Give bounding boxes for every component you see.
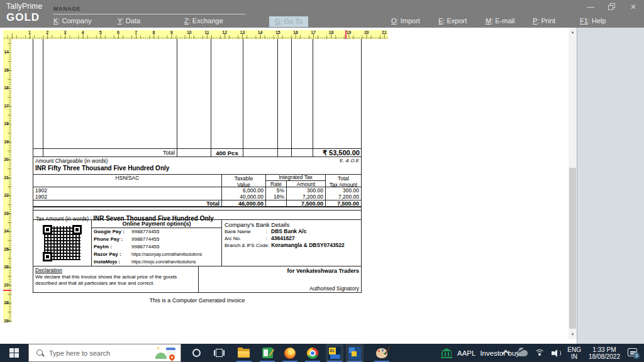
taskbar-search[interactable]: Type here to search bbox=[28, 344, 181, 362]
goto-button[interactable]: G: Go To bbox=[269, 16, 308, 27]
task-view-icon bbox=[214, 349, 225, 357]
company-bank-details: Company's Bank Details Bank Name:DBS Ban… bbox=[222, 220, 361, 266]
speaker-icon[interactable] bbox=[552, 349, 561, 357]
page-margin-mark-horizontal bbox=[345, 30, 347, 39]
window-controls: — ✕ bbox=[585, 3, 639, 11]
menu-help[interactable]: F1: Help bbox=[580, 17, 606, 25]
scroll-down-icon[interactable]: ▼ bbox=[569, 330, 577, 339]
menu-exchange[interactable]: Z: Exchange bbox=[184, 17, 223, 25]
computer-generated-note: This is a Computer Generated Invoice bbox=[33, 297, 362, 304]
system-tray: ENGIN 1:33 PM18/08/2022 3 bbox=[504, 344, 644, 362]
bank-title: Company's Bank Details bbox=[225, 221, 360, 228]
menu-underline bbox=[53, 14, 245, 14]
file-explorer-icon bbox=[238, 349, 250, 358]
payment-title: Online Payment option(s) bbox=[92, 220, 221, 228]
hsn-tax-table: HSN/SAC TaxableValue Integrated Tax Rate… bbox=[33, 174, 362, 207]
amount-chargeable-label: Amount Chargeable (in words) bbox=[35, 158, 108, 164]
top-ruler: 123456789101112131415161718192021 bbox=[3, 30, 388, 39]
declaration-cell: Declaration We declare that this invoice… bbox=[33, 266, 199, 292]
restore-icon[interactable] bbox=[606, 3, 618, 11]
file-explorer-button[interactable] bbox=[233, 344, 254, 362]
task-view-button[interactable] bbox=[209, 344, 229, 362]
search-placeholder: Type here to search bbox=[49, 349, 155, 357]
payment-option: Google Pay :9988774455 bbox=[92, 228, 221, 236]
app-name: TallyPrime bbox=[6, 2, 42, 11]
signatory-cell: for Venkateshwara Traders Authorised Sig… bbox=[199, 266, 361, 292]
declaration-title: Declaration bbox=[35, 267, 196, 273]
qr-code bbox=[42, 224, 83, 263]
paint-button[interactable] bbox=[371, 344, 392, 362]
firefox-button[interactable] bbox=[279, 344, 301, 362]
total-amount: ₹ 53,500.00 bbox=[313, 149, 361, 156]
payment-option: InstaMojo :https://imojo.com/atharvitsol… bbox=[92, 258, 221, 266]
search-icon bbox=[36, 349, 44, 357]
green-app-button[interactable] bbox=[257, 344, 278, 362]
bank-row: Branch & IFS Code:Koramangla & DBSY07435… bbox=[225, 242, 360, 249]
bank-row: A/c No.:43641627 bbox=[225, 235, 360, 242]
authorised-signatory: Authorised Signatory bbox=[309, 285, 359, 292]
menu-email[interactable]: M: E-mail bbox=[486, 17, 514, 25]
tax-amount-words: Tax Amount (in words) : INR Seven Thousa… bbox=[33, 210, 362, 220]
menu-import[interactable]: O: Import bbox=[391, 17, 420, 25]
tally-tile-button[interactable] bbox=[346, 344, 364, 362]
notification-button[interactable]: 3 bbox=[628, 348, 639, 358]
payment-option: Phone Pay :9988774455 bbox=[92, 236, 221, 243]
declaration-text: We declare that this invoice shows the a… bbox=[35, 274, 196, 286]
tally-el-icon: EL bbox=[328, 347, 341, 359]
start-button[interactable] bbox=[0, 344, 28, 362]
for-company: for Venkateshwara Traders bbox=[287, 268, 359, 274]
payment-qr-cell bbox=[33, 220, 92, 266]
wifi-icon[interactable] bbox=[535, 349, 545, 357]
total-label: Total bbox=[43, 149, 177, 156]
menu-export[interactable]: E: Export bbox=[438, 17, 467, 25]
onedrive-cloud-icon[interactable] bbox=[517, 350, 528, 356]
start-icon bbox=[9, 348, 19, 358]
online-payment-options: Online Payment option(s) Google Pay :998… bbox=[92, 220, 222, 266]
cortana-icon bbox=[192, 349, 201, 357]
payment-option: Paytm :9988774455 bbox=[92, 243, 221, 251]
close-icon[interactable]: ✕ bbox=[628, 3, 639, 11]
invoice-document: Total 400 Pcs ₹ 53,500.00 Amount Chargea… bbox=[33, 39, 362, 304]
menu-print[interactable]: P: Print bbox=[533, 17, 555, 25]
hsn-total-row: Total 46,000.00 7,500.00 7,500.00 bbox=[33, 200, 361, 207]
interests-icon[interactable] bbox=[155, 346, 177, 360]
vertical-scrollbar[interactable]: ▲ ▼ bbox=[569, 28, 577, 339]
tally-tile-icon bbox=[348, 347, 361, 359]
cortana-button[interactable] bbox=[186, 344, 206, 362]
hsn-table-header: HSN/SAC TaxableValue Integrated Tax Rate… bbox=[33, 175, 361, 187]
scrollbar-thumb[interactable] bbox=[569, 168, 576, 329]
invoice-item-table-body bbox=[33, 39, 362, 148]
hsn-row: 1902 40,000.00 18% 7,200.00 7,200.00 bbox=[33, 194, 361, 200]
paint-icon bbox=[376, 348, 387, 358]
menu-section-label: MANAGE bbox=[53, 6, 81, 12]
integrated-tax-header: Integrated Tax Rate Amount bbox=[266, 175, 326, 187]
firefox-icon bbox=[284, 348, 296, 359]
payment-bank-section: Online Payment option(s) Google Pay :998… bbox=[33, 220, 362, 266]
menu-company[interactable]: K: Company bbox=[53, 17, 92, 25]
language-indicator[interactable]: ENGIN bbox=[567, 346, 581, 360]
right-side-panel bbox=[577, 28, 644, 344]
total-quantity: 400 Pcs bbox=[211, 149, 243, 156]
tally-el-button[interactable]: EL bbox=[326, 344, 343, 362]
amount-chargeable-block: Amount Chargeable (in words) E. & O.E IN… bbox=[33, 157, 362, 174]
chrome-button[interactable] bbox=[302, 344, 323, 362]
green-doc-icon bbox=[262, 348, 273, 358]
hsn-row: 1902 6,000.00 5% 300.00 300.00 bbox=[33, 187, 361, 194]
amount-in-words: INR Fifty Three Thousand Five Hundred On… bbox=[35, 165, 359, 172]
menu-data[interactable]: Y: Data bbox=[118, 17, 140, 25]
app-logo: TallyPrime GOLD bbox=[6, 2, 42, 24]
windows-taskbar: Type here to search EL bbox=[0, 344, 644, 362]
page-margin-mark-vertical bbox=[3, 290, 11, 291]
declaration-section: Declaration We declare that this invoice… bbox=[33, 266, 362, 293]
news-bank-icon bbox=[440, 348, 453, 358]
invoice-total-row: Total 400 Pcs ₹ 53,500.00 bbox=[33, 148, 362, 157]
app-edition: GOLD bbox=[6, 11, 42, 24]
clock[interactable]: 1:33 PM18/08/2022 bbox=[589, 346, 620, 360]
notification-badge: 3 bbox=[633, 353, 640, 359]
eoe-label: E. & O.E bbox=[340, 158, 359, 164]
scroll-up-icon[interactable]: ▲ bbox=[569, 28, 577, 37]
news-ticker: AAPL bbox=[457, 349, 475, 357]
minimize-icon[interactable]: — bbox=[585, 3, 596, 11]
left-ruler: 14151617181920212223242526272829 bbox=[3, 39, 11, 322]
bank-row: Bank Name:DBS Bank A/c bbox=[225, 228, 360, 235]
